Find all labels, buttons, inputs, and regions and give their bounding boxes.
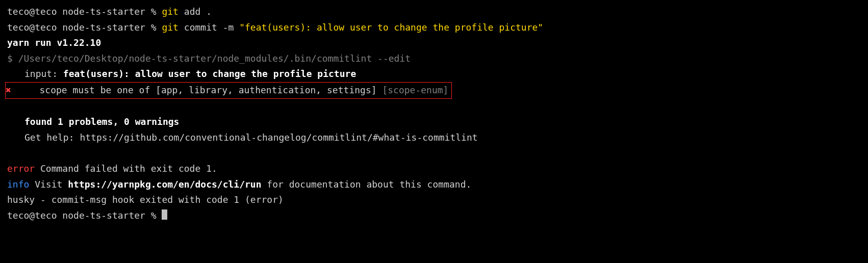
yarn-run-line: yarn run v1.22.10 xyxy=(7,35,861,51)
commitlint-path-line: $ /Users/teco/Desktop/node-ts-starter/no… xyxy=(7,51,861,67)
input-message: feat(users): allow user to change the pr… xyxy=(63,68,356,79)
prompt-line-3[interactable]: teco@teco node-ts-starter % xyxy=(7,208,861,224)
input-label: input: xyxy=(24,68,63,79)
info-url: https://yarnpkg.com/en/docs/cli/run xyxy=(68,179,261,190)
prompt-host: teco@teco node-ts-starter % xyxy=(7,6,162,17)
command-args: commit -m xyxy=(178,22,239,33)
command-quoted-string: "feat(users): allow user to change the p… xyxy=(239,22,543,33)
command-git: git xyxy=(162,22,178,33)
input-marker-icon: ⧗ xyxy=(7,66,21,82)
cursor xyxy=(162,209,167,220)
husky-line: husky - commit-msg hook exited with code… xyxy=(7,192,861,208)
prompt-host: teco@teco node-ts-starter % xyxy=(7,210,162,221)
info-pre: Visit xyxy=(29,179,68,190)
prompt-line-2: teco@teco node-ts-starter % git commit -… xyxy=(7,20,861,36)
help-url: https://github.com/conventional-changelo… xyxy=(80,132,477,143)
error-highlight-box: ✖ scope must be one of [app, library, au… xyxy=(5,82,452,99)
error-rule: [scope-enum] xyxy=(382,85,448,95)
help-line: ⓘGet help: https://github.com/convention… xyxy=(7,130,861,146)
error-text: Command failed with exit code 1. xyxy=(35,163,217,174)
dollar-sign: $ xyxy=(7,53,18,64)
error-message: scope must be one of [app, library, auth… xyxy=(40,85,382,95)
info-prefix: info xyxy=(7,179,29,190)
input-line: ⧗input: feat(users): allow user to chang… xyxy=(7,66,861,82)
help-label: Get help: xyxy=(24,132,80,143)
yarn-info-line: info Visit https://yarnpkg.com/en/docs/c… xyxy=(7,177,861,193)
info-marker-icon: ⓘ xyxy=(7,130,21,146)
blank-line xyxy=(7,145,861,161)
info-post: for documentation about this command. xyxy=(262,179,472,190)
blank-line xyxy=(7,99,861,115)
summary-line: ✖found 1 problems, 0 warnings xyxy=(7,114,861,130)
error-marker-icon: ✖ xyxy=(6,83,20,98)
summary-text: found 1 problems, 0 warnings xyxy=(24,116,179,127)
command-args: add . xyxy=(178,6,212,17)
commitlint-path: /Users/teco/Desktop/node-ts-starter/node… xyxy=(18,53,411,64)
error-line-wrapper: ✖ scope must be one of [app, library, au… xyxy=(7,82,861,99)
yarn-error-line: error Command failed with exit code 1. xyxy=(7,161,861,177)
error-prefix: error xyxy=(7,163,35,174)
prompt-line-1: teco@teco node-ts-starter % git add . xyxy=(7,4,861,20)
error-marker-icon: ✖ xyxy=(7,114,21,130)
command-git: git xyxy=(162,6,178,17)
prompt-host: teco@teco node-ts-starter % xyxy=(7,22,162,33)
